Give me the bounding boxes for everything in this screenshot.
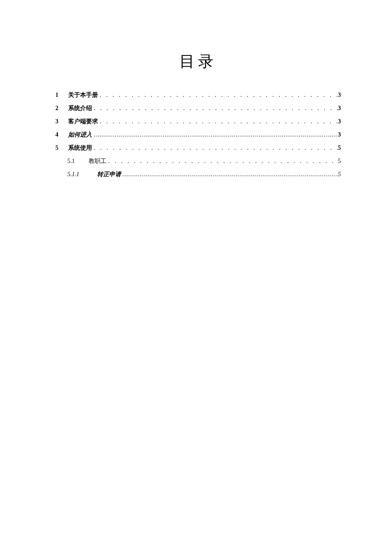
toc-entry-page: 5 — [338, 145, 341, 151]
toc-entry-label: 系统介绍 — [68, 105, 92, 112]
toc-entry-number: 5.1.1 — [67, 171, 97, 178]
toc-entry-page: 3 — [338, 131, 341, 138]
toc-entry[interactable]: 5系统使用. . . . . . . . . . . . . . . . . .… — [55, 144, 341, 152]
toc-entry-label: 系统使用 — [68, 144, 92, 152]
toc-leader-dots: ........................................… — [121, 171, 338, 178]
toc-entry-page: 3 — [338, 105, 341, 112]
toc-leader-dots: . . . . . . . . . . . . . . . . . . . . … — [92, 145, 338, 151]
toc-entry-number: 3 — [55, 118, 68, 125]
toc-entry-label: 客户端要求 — [68, 118, 98, 125]
toc-entry[interactable]: 4如何进入...................................… — [55, 131, 341, 139]
toc-entry-label: 教职工 — [89, 157, 107, 165]
toc-entry[interactable]: 2系统介绍. . . . . . . . . . . . . . . . . .… — [55, 105, 341, 112]
toc-entry[interactable]: 5.1.1转正申请...............................… — [55, 171, 341, 178]
toc-entry-label: 如何进入 — [68, 131, 92, 139]
toc-entry[interactable]: 5.1教职工. . . . . . . . . . . . . . . . . … — [55, 157, 341, 165]
toc-entry[interactable]: 3客户端要求. . . . . . . . . . . . . . . . . … — [55, 118, 341, 125]
toc-entry-label: 关于本手册 — [68, 91, 98, 99]
toc-leader-dots: . . . . . . . . . . . . . . . . . . . . … — [98, 118, 338, 125]
toc-entry-number: 1 — [55, 92, 68, 99]
toc-leader-dots: . . . . . . . . . . . . . . . . . . . . … — [107, 158, 338, 165]
toc-entry-number: 5.1 — [67, 158, 89, 165]
toc-entry-page: 3 — [338, 118, 341, 125]
table-of-contents: 1关于本手册. . . . . . . . . . . . . . . . . … — [55, 91, 341, 178]
toc-entry-page: 5 — [338, 158, 341, 165]
toc-entry-number: 4 — [55, 131, 68, 138]
toc-leader-dots: ........................................… — [92, 131, 338, 138]
toc-entry-number: 5 — [55, 145, 68, 151]
toc-entry-label: 转正申请 — [97, 171, 121, 178]
toc-entry-page: 3 — [338, 92, 341, 99]
toc-entry[interactable]: 1关于本手册. . . . . . . . . . . . . . . . . … — [55, 91, 341, 99]
toc-entry-page: 5 — [338, 171, 341, 178]
toc-entry-number: 2 — [55, 105, 68, 112]
toc-title: 目录 — [55, 51, 341, 72]
toc-leader-dots: . . . . . . . . . . . . . . . . . . . . … — [92, 105, 338, 112]
toc-leader-dots: . . . . . . . . . . . . . . . . . . . . … — [98, 92, 338, 99]
